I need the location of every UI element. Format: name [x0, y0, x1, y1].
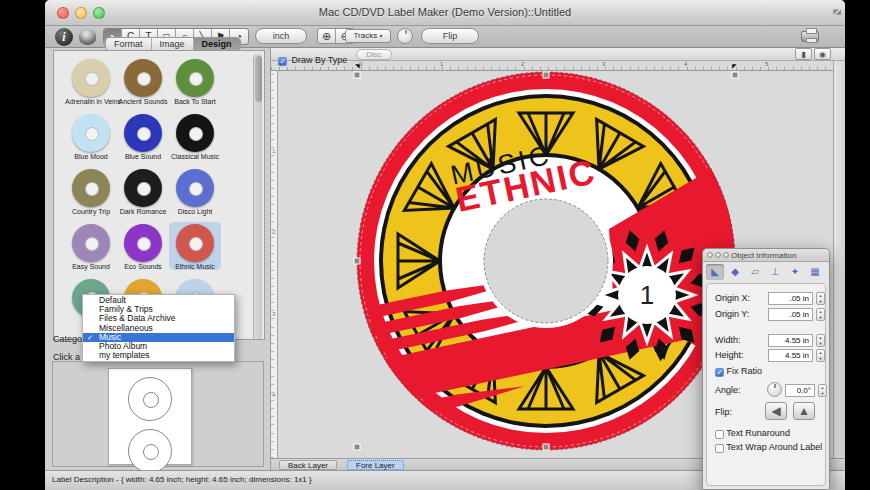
template-item-blue-sound[interactable]: Blue Sound	[117, 112, 169, 160]
chevron-down-icon: ▾	[379, 33, 382, 39]
label-sheet-panel	[52, 361, 264, 467]
template-item-eco-sounds[interactable]: Eco Sounds	[117, 222, 169, 270]
label-sheet-page[interactable]	[108, 368, 192, 465]
tab-image[interactable]: Image	[152, 38, 194, 50]
tab-design[interactable]: Design	[194, 38, 240, 50]
align-icon[interactable]: ⊥	[766, 264, 784, 280]
print-icon[interactable]	[801, 31, 819, 42]
width-label: Width:	[715, 335, 741, 345]
tab-back-layer[interactable]: Back Layer	[279, 460, 337, 470]
template-item-blue-mood[interactable]: Blue Mood	[65, 112, 117, 160]
flip-vertical-button[interactable]: ▲	[793, 402, 815, 420]
zoom-in-icon[interactable]: ⊕	[318, 29, 336, 43]
checkbox-unchecked-icon: ✓	[715, 444, 724, 453]
disc-thumbnail	[124, 169, 162, 207]
checkbox-unchecked-icon: ✓	[715, 430, 724, 439]
disc-thumbnail	[72, 224, 110, 262]
object-information-palette[interactable]: Object Information ◣ ◆ ▱ ⊥ ✦ ▦ Origin X:…	[702, 248, 830, 490]
category-menu: Default Family & Trips Files & Data Arch…	[82, 294, 235, 362]
title-bar[interactable]: Mac CD/DVD Label Maker (Demo Version)::U…	[45, 0, 845, 26]
shear-icon[interactable]: ▱	[746, 264, 764, 280]
disc-thumbnail	[176, 59, 214, 97]
preview-eye-icon[interactable]: ◉	[814, 48, 831, 60]
canvas-header: ✓ Draw By Type Disc ▮ ◉	[271, 48, 845, 61]
text-runaround-label: Text Runaround	[726, 428, 790, 438]
scrollbar-thumb[interactable]	[255, 56, 262, 102]
effects-icon[interactable]: ✦	[786, 264, 804, 280]
disc-button[interactable]: Disc	[356, 49, 392, 60]
flip-horizontal-button[interactable]: ◀	[765, 402, 787, 420]
disc-thumbnail	[124, 114, 162, 152]
template-item-back-to-start[interactable]: Back To Start	[169, 57, 221, 105]
flip-label: Flip:	[715, 407, 732, 417]
template-item-dark-romance[interactable]: Dark Romance	[117, 167, 169, 215]
height-stepper[interactable]: ▲▼	[816, 349, 825, 362]
mask-icon[interactable]	[79, 29, 96, 45]
fix-ratio-checkbox[interactable]: ✓ Fix Ratio	[715, 366, 762, 377]
pattern-icon[interactable]: ▦	[806, 264, 824, 280]
origin-x-stepper[interactable]: ▲▼	[816, 292, 825, 305]
menu-item-my-templates[interactable]: my templates	[83, 351, 234, 360]
angle-label: Angle:	[715, 385, 741, 395]
tracks-dropdown[interactable]: Tracks ▾	[345, 29, 391, 43]
disc-thumbnail	[176, 169, 214, 207]
template-item-classical-music[interactable]: Classical Music	[169, 112, 221, 160]
checkmark-icon: ✓	[87, 333, 93, 342]
template-name: Ancient Sounds	[117, 98, 169, 105]
page-view-icon[interactable]: ▮	[795, 48, 812, 60]
template-name: Dark Romance	[117, 208, 169, 215]
template-name: Disco Light	[169, 208, 221, 215]
ruler-number: 4	[684, 61, 687, 67]
origin-x-label: Origin X:	[715, 293, 750, 303]
template-name: Blue Mood	[65, 153, 117, 160]
palette-panel: Origin X: .05 in ▲▼ Origin Y: .05 in ▲▼ …	[706, 283, 826, 486]
text-wrap-checkbox[interactable]: ✓ Text Wrap Around Label	[715, 442, 822, 453]
ruler-number: 5	[765, 61, 768, 67]
rotate-icon[interactable]: ◆	[726, 264, 744, 280]
ruler-number: 2	[521, 61, 524, 67]
ruler-marker-right: ◤	[732, 63, 737, 69]
palette-title-bar[interactable]: Object Information	[703, 249, 829, 262]
checkbox-checked-icon: ✓	[715, 368, 724, 377]
text-wrap-label: Text Wrap Around Label	[726, 442, 822, 452]
flip-button[interactable]: Flip	[421, 28, 479, 44]
text-runaround-checkbox[interactable]: ✓ Text Runaround	[715, 428, 790, 439]
palette-minimize-button[interactable]	[715, 252, 721, 258]
width-stepper[interactable]: ▲▼	[816, 334, 825, 347]
unit-button[interactable]: inch	[255, 28, 307, 44]
label-description: Label Description - { width: 4.65 inch; …	[52, 475, 312, 484]
ruler-number: 1	[440, 61, 443, 67]
palette-title: Object Information	[731, 251, 796, 260]
center-hole	[484, 199, 608, 323]
width-field[interactable]: 4.55 in	[768, 334, 813, 347]
template-name: Blue Sound	[117, 153, 169, 160]
sidebar-tabs: Format Image Design	[105, 37, 241, 51]
template-scrollbar[interactable]	[253, 54, 262, 340]
height-field[interactable]: 4.55 in	[768, 349, 813, 362]
origin-x-field[interactable]: .05 in	[768, 292, 813, 305]
template-item-ethnic-music[interactable]: Ethnic Music	[169, 222, 221, 270]
template-item-country-trip[interactable]: Country Trip	[65, 167, 117, 215]
palette-close-button[interactable]	[707, 252, 713, 258]
rotation-knob[interactable]	[397, 28, 413, 44]
geometry-icon[interactable]: ◣	[706, 264, 724, 280]
angle-field[interactable]: 0,0°	[785, 384, 815, 397]
info-icon[interactable]: i	[55, 28, 73, 46]
fullscreen-icon[interactable]: ◤◢	[833, 8, 838, 16]
template-item-adrenalin-in-veins[interactable]: Adrenalin in Veins	[65, 57, 117, 105]
template-name: Easy Sound	[65, 263, 117, 270]
tab-format[interactable]: Format	[106, 38, 152, 50]
height-label: Height:	[715, 350, 744, 360]
cd-label-outline-bottom[interactable]	[128, 429, 172, 473]
template-item-ancient-sounds[interactable]: Ancient Sounds	[117, 57, 169, 105]
tab-fore-layer[interactable]: Fore Layer	[347, 460, 404, 470]
cd-label-outline-top[interactable]	[128, 377, 172, 421]
origin-y-field[interactable]: .05 in	[768, 308, 813, 321]
origin-y-label: Origin Y:	[715, 309, 749, 319]
template-item-easy-sound[interactable]: Easy Sound	[65, 222, 117, 270]
palette-zoom-button[interactable]	[723, 252, 729, 258]
angle-knob[interactable]	[767, 382, 782, 397]
template-item-disco-light[interactable]: Disco Light	[169, 167, 221, 215]
angle-stepper[interactable]: ▲▼	[818, 384, 827, 397]
origin-y-stepper[interactable]: ▲▼	[816, 308, 825, 321]
